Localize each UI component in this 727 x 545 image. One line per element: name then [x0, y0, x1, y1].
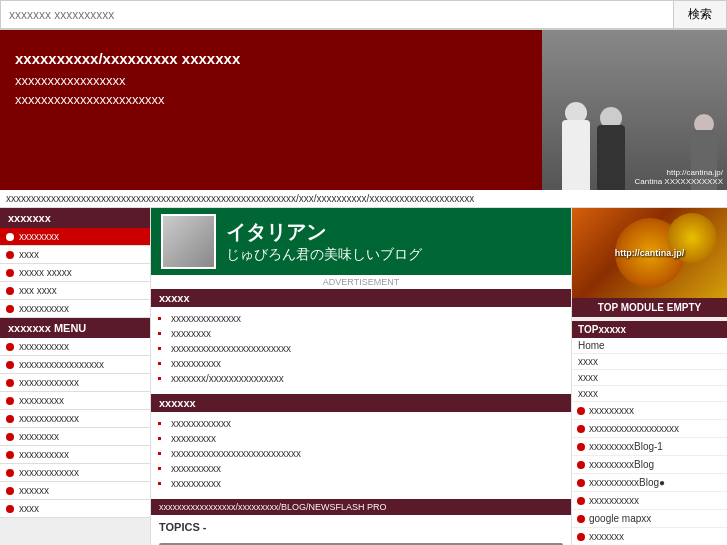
banner-text: xxxxxxxxxx/xxxxxxxxx xxxxxxx xxxxxxxxxxx… — [0, 30, 542, 190]
right-sidebar-item-7[interactable]: xxxxxxx — [572, 528, 727, 545]
blog-header: イタリアン じゅびろん君の美味しいブログ — [151, 208, 571, 275]
right-nav-title: TOPxxxxx — [572, 321, 727, 338]
sidebar-dot-9 — [6, 415, 14, 423]
right-sidebar-item-5[interactable]: xxxxxxxxxx — [572, 492, 727, 510]
right-sidebar-item-0[interactable]: xxxxxxxxx — [572, 402, 727, 420]
list-item[interactable]: xxxxxxxx — [171, 326, 563, 341]
sidebar-left: xxxxxxx xxxxxxxx xxxx xxxxx xxxxx xxx xx… — [0, 208, 150, 545]
sidebar-dot-3 — [6, 287, 14, 295]
sidebar-item-10[interactable]: xxxxxxxx — [0, 428, 150, 446]
right-dot-7 — [577, 533, 585, 541]
sidebar-dot-0 — [6, 233, 14, 241]
url-overlay: http://cantina.jp/ — [615, 248, 685, 258]
right-dot-0 — [577, 407, 585, 415]
sidebar-dot-5 — [6, 343, 14, 351]
banner: xxxxxxxxxx/xxxxxxxxx xxxxxxx xxxxxxxxxxx… — [0, 30, 727, 190]
section1-title: xxxxx — [151, 289, 571, 307]
list-item[interactable]: xxxxxxxxxxxxxxxxxxxxxxxxxx — [171, 446, 563, 461]
blog-subtitle: じゅびろん君の美味しいブログ — [226, 246, 422, 264]
banner-line2: xxxxxxxxxxxxxxxxx — [15, 73, 527, 88]
banner-line3: xxxxxxxxxxxxxxxxxxxxxxx — [15, 92, 527, 107]
sidebar-dot-1 — [6, 251, 14, 259]
sidebar-dot-4 — [6, 305, 14, 313]
section1-list: xxxxxxxxxxxxxx xxxxxxxx xxxxxxxxxxxxxxxx… — [151, 307, 571, 394]
sidebar-item-7[interactable]: xxxxxxxxxxxx — [0, 374, 150, 392]
list-item[interactable]: xxxxxxx/xxxxxxxxxxxxxxx — [171, 371, 563, 386]
banner-photo: http://cantina.jp/ Cantina XXXXXXXXXXX — [542, 30, 727, 190]
sidebar-dot-14 — [6, 505, 14, 513]
section2-list: xxxxxxxxxxxx xxxxxxxxx xxxxxxxxxxxxxxxxx… — [151, 412, 571, 499]
sidebar-item-2[interactable]: xxxxx xxxxx — [0, 264, 150, 282]
sidebar-item-5[interactable]: xxxxxxxxxx — [0, 338, 150, 356]
blog-title-area: イタリアン じゅびろん君の美味しいブログ — [226, 219, 422, 264]
sidebar-dot-10 — [6, 433, 14, 441]
sidebar-item-3[interactable]: xxx xxxx — [0, 282, 150, 300]
sidebar-item-6[interactable]: xxxxxxxxxxxxxxxxx — [0, 356, 150, 374]
sidebar-right: http://cantina.jp/ TOP MODULE EMPTY TOPx… — [572, 208, 727, 545]
sidebar-item-14[interactable]: xxxx — [0, 500, 150, 518]
right-nav-item-2[interactable]: xxxx — [572, 370, 727, 386]
blog-title-ja: イタリアン — [226, 219, 422, 246]
search-button[interactable]: 検索 — [674, 0, 727, 29]
blog-icon — [161, 214, 216, 269]
sidebar-item-0[interactable]: xxxxxxxx — [0, 228, 150, 246]
section2-title: xxxxxx — [151, 394, 571, 412]
right-nav-home[interactable]: Home — [572, 338, 727, 354]
right-sidebar-item-2[interactable]: xxxxxxxxxBlog-1 — [572, 438, 727, 456]
content-section-1: xxxxx xxxxxxxxxxxxxx xxxxxxxx xxxxxxxxxx… — [151, 289, 571, 394]
top-module-empty: TOP MODULE EMPTY — [572, 298, 727, 317]
sidebar-item-13[interactable]: xxxxxx — [0, 482, 150, 500]
pizza-ad-image: http://cantina.jp/ — [572, 208, 727, 298]
right-dot-5 — [577, 497, 585, 505]
photo-caption: http://cantina.jp/ Cantina XXXXXXXXXXX — [635, 168, 724, 186]
powered-bar: xxxxxxxxxxxxxxxxx/xxxxxxxxx/BLOG/NEWSFLA… — [151, 499, 571, 515]
sidebar-item-1[interactable]: xxxx — [0, 246, 150, 264]
banner-line1: xxxxxxxxxx/xxxxxxxxx xxxxxxx — [15, 50, 527, 67]
sidebar-dot-13 — [6, 487, 14, 495]
right-nav-item-3[interactable]: xxxx — [572, 386, 727, 402]
sidebar-dot-8 — [6, 397, 14, 405]
sidebar-section-title: xxxxxxx — [0, 208, 150, 228]
sidebar-dot-2 — [6, 269, 14, 277]
breadcrumb: xxxxxxxxxxxxxxxxxxxxxxxxxxxxxxxxxxxxxxxx… — [0, 190, 727, 208]
right-sidebar-item-4[interactable]: xxxxxxxxxxBlog● — [572, 474, 727, 492]
right-dot-4 — [577, 479, 585, 487]
main-layout: xxxxxxx xxxxxxxx xxxx xxxxx xxxxx xxx xx… — [0, 208, 727, 545]
sidebar-dot-6 — [6, 361, 14, 369]
right-nav-item-1[interactable]: xxxx — [572, 354, 727, 370]
content-section-2: xxxxxx xxxxxxxxxxxx xxxxxxxxx xxxxxxxxxx… — [151, 394, 571, 499]
list-item[interactable]: xxxxxxxxxxxxxx — [171, 311, 563, 326]
ad-label: ADVERTISEMENT — [151, 275, 571, 289]
sidebar-item-11[interactable]: xxxxxxxxxx — [0, 446, 150, 464]
search-input[interactable] — [0, 0, 674, 29]
topics-label: TOPICS - — [151, 515, 571, 539]
sidebar-item-12[interactable]: xxxxxxxxxxxx — [0, 464, 150, 482]
sidebar-item-9[interactable]: xxxxxxxxxxxx — [0, 410, 150, 428]
list-item[interactable]: xxxxxxxxxxxxxxxxxxxxxxxx — [171, 341, 563, 356]
sidebar-dot-7 — [6, 379, 14, 387]
sidebar-dot-12 — [6, 469, 14, 477]
sidebar-item-8[interactable]: xxxxxxxxx — [0, 392, 150, 410]
right-dot-1 — [577, 425, 585, 433]
right-sidebar-item-6[interactable]: google mapxx — [572, 510, 727, 528]
list-item[interactable]: xxxxxxxxxx — [171, 356, 563, 371]
list-item[interactable]: xxxxxxxxx — [171, 431, 563, 446]
list-item[interactable]: xxxxxxxxxx — [171, 461, 563, 476]
list-item[interactable]: xxxxxxxxxx — [171, 476, 563, 491]
sidebar-menu-header: xxxxxxx MENU — [0, 318, 150, 338]
right-sidebar-item-3[interactable]: xxxxxxxxxBlog — [572, 456, 727, 474]
list-item[interactable]: xxxxxxxxxxxx — [171, 416, 563, 431]
right-dot-6 — [577, 515, 585, 523]
right-sidebar-item-1[interactable]: xxxxxxxxxxxxxxxxxx — [572, 420, 727, 438]
right-dot-3 — [577, 461, 585, 469]
right-dot-2 — [577, 443, 585, 451]
sidebar-item-4[interactable]: xxxxxxxxxx — [0, 300, 150, 318]
content-center: イタリアン じゅびろん君の美味しいブログ ADVERTISEMENT xxxxx… — [150, 208, 572, 545]
sidebar-dot-11 — [6, 451, 14, 459]
